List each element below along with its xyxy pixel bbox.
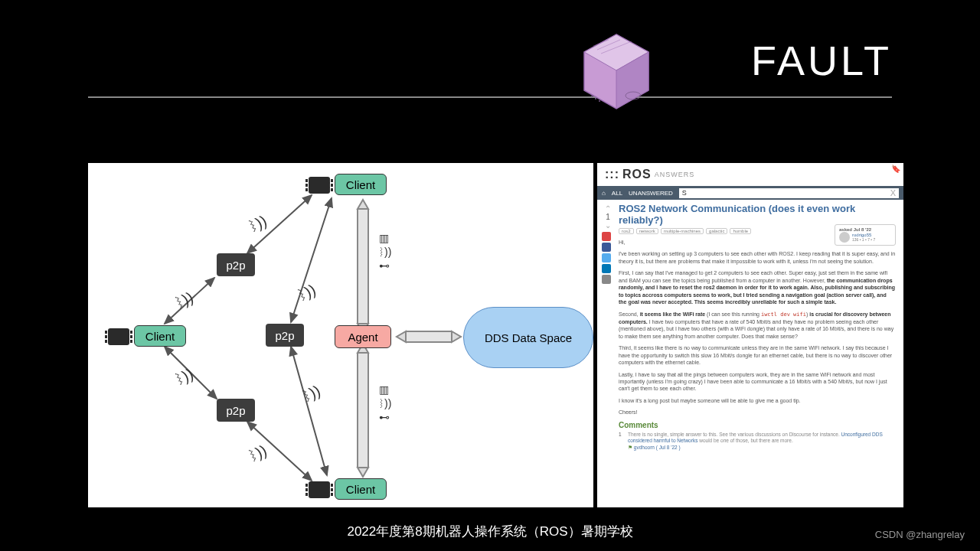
avatar (839, 232, 850, 243)
comments-heading: Comments (619, 421, 896, 429)
wifi-icon: ⧘)) (379, 246, 391, 258)
home-icon[interactable]: ⌂ (602, 190, 606, 197)
ros-nav: ⌂ ALL UNANSWERED S X (597, 186, 903, 200)
connection-icons-top: ▥ ⧘)) ⊷ (379, 232, 391, 272)
linkedin-icon[interactable] (602, 264, 611, 273)
tag[interactable]: humble (730, 228, 751, 234)
tag[interactable]: network (636, 228, 658, 234)
clear-icon[interactable]: X (890, 188, 896, 197)
search-input[interactable]: S X (679, 188, 899, 198)
svg-point-7 (591, 96, 593, 97)
ros-header: ::: ROS ANSWERS (597, 163, 903, 186)
ros-logo: ROS (622, 168, 652, 181)
vote-down-icon[interactable]: ⌄ (602, 221, 614, 230)
divider (88, 96, 892, 98)
tag[interactable]: multiple-machines (661, 228, 704, 234)
cube-icon (578, 31, 655, 115)
twitter-icon[interactable] (602, 253, 611, 262)
search-value: S (682, 189, 687, 197)
connection-icons-bottom: ▥ ⧘)) ⊷ (379, 383, 391, 423)
q-p5: Lastly, I have to say that all the pings… (619, 371, 896, 393)
client-box-top: Client (335, 174, 387, 195)
user-stats: 136 • 1 • 7 • 7 (852, 237, 875, 242)
p2p-box-mid: p2p (266, 324, 304, 347)
bookmark-icon[interactable]: 🔖 (891, 165, 900, 173)
q-p7: Cheers! (619, 409, 896, 416)
slide-footer: 2022年度第8期机器人操作系统（ROS）暑期学校 (0, 523, 980, 540)
client-box-mid: Client (134, 325, 186, 347)
ros-answers-label: ANSWERS (655, 171, 695, 178)
vote-up-icon[interactable]: ⌃ (602, 204, 614, 213)
wifi-icon: ⧘)) (379, 397, 391, 409)
email-icon[interactable] (602, 232, 611, 241)
social-icons (602, 232, 612, 284)
agent-box: Agent (335, 325, 391, 348)
vote-widget[interactable]: ⌃ 1 ⌄ (602, 204, 614, 230)
chip-icon (108, 328, 129, 345)
svg-rect-22 (406, 331, 452, 342)
watermark: CSDN @zhangrelay (875, 529, 965, 540)
tag[interactable]: galactic (706, 228, 727, 234)
usb-icon: ⊷ (379, 411, 391, 423)
p2p-box-top: p2p (217, 253, 255, 276)
tag[interactable]: ros2 (619, 228, 634, 234)
usb-icon: ⊷ (379, 259, 391, 272)
dds-cloud: DDS Data Space (463, 307, 593, 368)
slide-title: FAULT (751, 37, 892, 84)
ros-logo-dots: ::: (605, 168, 619, 181)
svg-rect-19 (358, 353, 368, 468)
comment-number: 1 (619, 432, 622, 438)
client-box-bottom: Client (335, 478, 387, 500)
svg-point-9 (599, 100, 600, 102)
p2p-box-bottom: p2p (217, 399, 255, 422)
ethernet-icon: ▥ (379, 232, 391, 244)
asked-box: asked Jul 8 '22 rodrigo55 136 • 1 • 7 • … (835, 224, 896, 246)
svg-line-15 (291, 347, 327, 475)
q-p6: I know it's a long post but maybe someon… (619, 397, 896, 404)
facebook-icon[interactable] (602, 243, 611, 252)
svg-point-8 (595, 98, 596, 99)
q-p2: First, I can say that I've managed to ge… (619, 269, 896, 305)
architecture-diagram: Client Client Client p2p p2p p2p Agent D… (88, 163, 593, 507)
chip-icon (309, 177, 330, 194)
chip-icon (309, 481, 330, 498)
q-p4: Third, it seems like there is no way to … (619, 344, 896, 366)
q-p1: I've been working on setting up 3 comput… (619, 250, 896, 265)
svg-rect-16 (358, 209, 368, 324)
comment-author[interactable]: gvdhoorn ( Jul 8 '22 ) (634, 445, 681, 450)
share-icon[interactable] (602, 275, 611, 284)
q-p3: Second, it seems like the WiFi rate (I c… (619, 311, 896, 341)
nav-all[interactable]: ALL (612, 190, 622, 197)
svg-line-12 (291, 198, 332, 322)
vote-count: 1 (602, 213, 614, 221)
ros-answers-screenshot: 🔖 ::: ROS ANSWERS ⌂ ALL UNANSWERED S X ⌃… (597, 163, 903, 507)
ethernet-icon: ▥ (379, 383, 391, 396)
question-title[interactable]: ROS2 Network Communication (does it even… (619, 203, 896, 226)
nav-unanswered[interactable]: UNANSWERED (629, 190, 673, 197)
comment: 1 There is no single, simple answer to t… (619, 432, 896, 451)
